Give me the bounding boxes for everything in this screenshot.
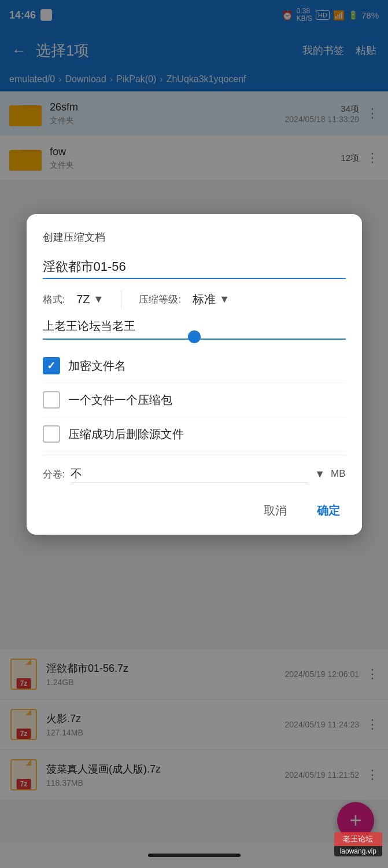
encrypt-filename-row: ✓ 加密文件名	[43, 349, 346, 383]
one-file-per-archive-row: 一个文件一个压缩包	[43, 383, 346, 417]
one-file-per-archive-checkbox[interactable]	[43, 391, 60, 409]
compression-select[interactable]: 标准 ▼	[193, 292, 230, 307]
dialog-title: 创建压缩文档	[43, 230, 346, 244]
format-label: 格式:	[43, 293, 65, 306]
one-file-per-archive-label: 一个文件一个压缩包	[68, 392, 172, 408]
password-row	[43, 316, 346, 340]
encrypt-filename-checkbox[interactable]: ✓	[43, 357, 60, 374]
create-archive-dialog: 创建压缩文档 格式: 7Z ▼ 压缩等级: 标准 ▼ ✓ 加密文件名 一个文件一…	[27, 214, 362, 535]
delete-source-label: 压缩成功后删除源文件	[68, 426, 184, 442]
filename-input[interactable]	[43, 256, 346, 279]
volume-row: 分卷: ▼ MB	[43, 455, 346, 489]
volume-label: 分卷:	[43, 468, 65, 481]
cancel-button[interactable]: 取消	[258, 498, 293, 523]
volume-unit: MB	[331, 468, 346, 480]
volume-input[interactable]	[71, 465, 309, 483]
encrypt-filename-label: 加密文件名	[68, 358, 126, 374]
format-arrow-icon: ▼	[94, 293, 104, 306]
delete-source-checkbox[interactable]	[43, 425, 60, 443]
volume-arrow-icon: ▼	[315, 468, 325, 480]
format-compression-row: 格式: 7Z ▼ 压缩等级: 标准 ▼	[43, 290, 346, 308]
compression-arrow-icon: ▼	[219, 293, 230, 306]
checkmark-icon: ✓	[47, 359, 56, 372]
watermark: 老王论坛 laowang.vip	[334, 832, 382, 856]
compression-value: 标准	[193, 292, 216, 307]
watermark-top: 老王论坛	[334, 832, 382, 846]
compression-label: 压缩等级:	[139, 293, 181, 306]
format-value: 7Z	[76, 293, 90, 306]
delete-source-row: 压缩成功后删除源文件	[43, 417, 346, 451]
confirm-button[interactable]: 确定	[311, 498, 346, 523]
dialog-buttons: 取消 确定	[43, 489, 346, 523]
format-select[interactable]: 7Z ▼	[76, 293, 104, 306]
slider-thumb[interactable]	[188, 330, 201, 343]
row-divider	[121, 290, 121, 308]
watermark-bottom: laowang.vip	[334, 846, 382, 856]
